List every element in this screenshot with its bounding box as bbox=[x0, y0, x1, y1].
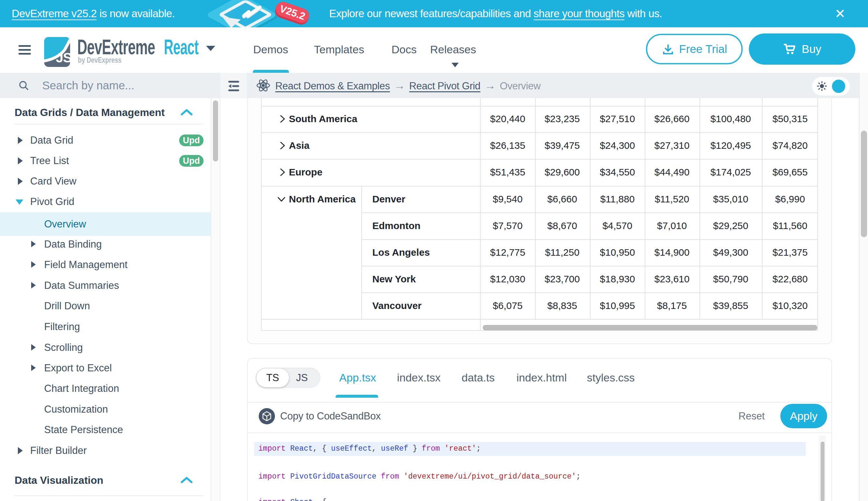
svg-text:JS: JS bbox=[56, 50, 70, 65]
